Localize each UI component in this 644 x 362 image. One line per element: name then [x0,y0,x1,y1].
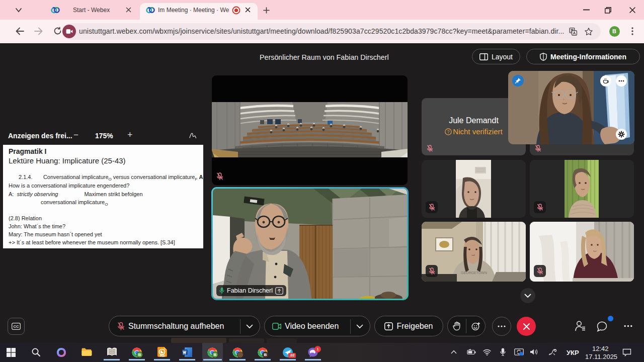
svg-text:?: ? [447,129,450,134]
svg-text:PDF: PDF [160,354,166,357]
svg-text:CC: CC [14,324,19,329]
svg-text:GEORGETOWN: GEORGETOWN [461,271,487,275]
